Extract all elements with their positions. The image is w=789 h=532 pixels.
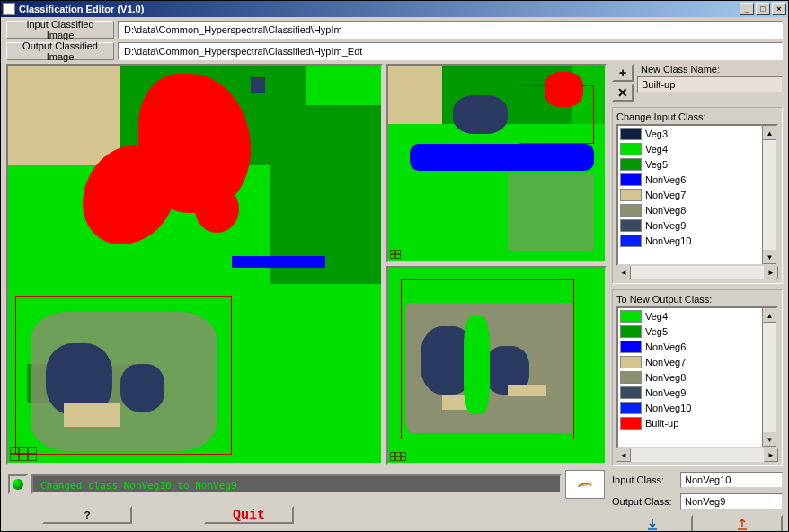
- class-name-label: Veg4: [645, 144, 668, 155]
- class-name-label: NonVeg10: [645, 235, 691, 246]
- class-color-swatch: [620, 371, 642, 384]
- main-classified-view[interactable]: [6, 64, 383, 465]
- class-list-item[interactable]: NonVeg9: [618, 385, 762, 400]
- class-color-swatch: [620, 219, 642, 232]
- class-editor-column: + ✕ New Class Name: Built-up Change Inpu…: [612, 64, 783, 526]
- scroll-right-icon[interactable]: ►: [764, 266, 778, 279]
- class-name-label: Veg3: [645, 129, 668, 139]
- quit-button[interactable]: Quit: [204, 506, 294, 524]
- class-list-item[interactable]: NonVeg10: [618, 400, 762, 415]
- close-button[interactable]: ×: [772, 3, 786, 15]
- class-list-item[interactable]: Veg4: [618, 308, 762, 324]
- class-color-swatch: [620, 386, 642, 399]
- class-list-item[interactable]: Veg5: [618, 324, 762, 339]
- scroll-right-icon[interactable]: ►: [764, 448, 778, 462]
- output-class-row: Output Class: NonVeg9: [612, 493, 783, 510]
- class-list-item[interactable]: Built-up: [618, 415, 762, 430]
- image-column: Changed class NonVeg10 to NonVeg9 ? Quit: [6, 64, 607, 526]
- class-list-item[interactable]: NonVeg7: [618, 187, 762, 202]
- scrollbar-vertical[interactable]: ▲▼: [762, 126, 776, 264]
- output-class-title: To New Output Class:: [616, 294, 778, 305]
- title-bar: Classification Editor (V1.0) _ □ ×: [1, 1, 788, 17]
- input-class-label: Input Class:: [612, 474, 675, 485]
- input-class-list: Veg3Veg4Veg5NonVeg6NonVeg7NonVeg8NonVeg9…: [616, 124, 778, 266]
- swoosh-icon: [578, 477, 592, 492]
- nav-grid-icon: [390, 452, 406, 461]
- class-list-item[interactable]: NonVeg8: [618, 369, 762, 385]
- add-class-button[interactable]: +: [612, 64, 634, 82]
- zoom-image-view[interactable]: [386, 266, 607, 465]
- class-color-swatch: [620, 356, 642, 368]
- maximize-button[interactable]: □: [756, 3, 770, 15]
- app-window: Classification Editor (V1.0) _ □ × Input…: [0, 0, 789, 532]
- class-list-item[interactable]: Veg3: [618, 126, 762, 141]
- class-list-item[interactable]: NonVeg9: [618, 217, 762, 233]
- input-path-row: Input Classified Image D:\data\Common_Hy…: [1, 17, 788, 42]
- scrollbar-vertical[interactable]: ▲▼: [762, 308, 776, 447]
- new-class-box: New Class Name: Built-up: [637, 64, 783, 93]
- led-dot-icon: [13, 479, 23, 490]
- apply-button[interactable]: [612, 515, 693, 531]
- class-name-label: NonVeg6: [645, 174, 686, 185]
- status-led: [8, 474, 28, 494]
- scroll-down-icon[interactable]: ▼: [763, 250, 776, 264]
- class-list-item[interactable]: NonVeg6: [618, 339, 762, 354]
- undo-button[interactable]: [702, 515, 783, 531]
- preview-column: [386, 64, 607, 465]
- class-name-label: NonVeg9: [645, 387, 686, 398]
- minimize-button[interactable]: _: [740, 3, 754, 15]
- output-class-field[interactable]: NonVeg9: [680, 493, 783, 510]
- main-layout: Changed class NonVeg10 to NonVeg9 ? Quit…: [1, 64, 788, 531]
- undo-icon: [735, 518, 749, 531]
- class-color-swatch: [620, 204, 642, 217]
- class-list-item[interactable]: NonVeg8: [618, 202, 762, 217]
- input-class-title: Change Input Class:: [616, 111, 778, 122]
- scroll-up-icon[interactable]: ▲: [763, 126, 776, 140]
- logo-icon: [565, 470, 605, 499]
- scroll-left-icon[interactable]: ◄: [616, 266, 631, 279]
- input-path-label: Input Classified Image: [6, 21, 114, 39]
- class-color-swatch: [620, 402, 642, 414]
- input-class-field[interactable]: NonVeg10: [680, 472, 783, 488]
- new-class-row: + ✕ New Class Name: Built-up: [612, 64, 783, 102]
- help-button[interactable]: ?: [42, 506, 132, 524]
- input-path-field[interactable]: D:\data\Common_Hyperspectral\Classified\…: [118, 21, 783, 39]
- scrollbar-horizontal[interactable]: ◄►: [616, 265, 778, 279]
- class-list-item[interactable]: Veg4: [618, 141, 762, 156]
- class-color-swatch: [620, 189, 642, 201]
- class-color-swatch: [620, 325, 642, 338]
- app-icon: [3, 3, 15, 15]
- class-color-swatch: [620, 173, 642, 186]
- class-list-item[interactable]: NonVeg6: [618, 172, 762, 187]
- apply-icon: [645, 518, 660, 531]
- window-title: Classification Editor (V1.0): [19, 4, 738, 14]
- action-row: [612, 515, 783, 531]
- output-path-label: Output Classified Image: [6, 42, 114, 60]
- overview-map: [388, 66, 605, 261]
- overview-image-view[interactable]: [386, 64, 607, 262]
- class-color-swatch: [620, 128, 642, 140]
- remove-class-button[interactable]: ✕: [612, 84, 634, 102]
- output-path-field[interactable]: D:\data\Common_Hyperspectral\Classified\…: [118, 42, 783, 60]
- scroll-left-icon[interactable]: ◄: [616, 448, 631, 462]
- bottom-buttons: ? Quit: [6, 504, 607, 526]
- class-list-item[interactable]: NonVeg10: [618, 233, 762, 248]
- nav-grid-icon: [390, 250, 401, 259]
- class-name-label: Built-up: [645, 418, 678, 429]
- input-class-panel: Change Input Class: Veg3Veg4Veg5NonVeg6N…: [612, 107, 783, 284]
- class-name-label: NonVeg9: [645, 220, 686, 231]
- scroll-up-icon[interactable]: ▲: [763, 308, 776, 323]
- scrollbar-horizontal[interactable]: ◄►: [616, 448, 778, 462]
- class-list-item[interactable]: NonVeg7: [618, 354, 762, 369]
- scroll-down-icon[interactable]: ▼: [763, 432, 776, 447]
- new-class-label: New Class Name:: [637, 64, 783, 75]
- class-name-label: NonVeg10: [645, 403, 691, 413]
- class-color-swatch: [620, 341, 642, 353]
- class-list-item[interactable]: Veg5: [618, 156, 762, 172]
- class-color-swatch: [620, 310, 642, 323]
- class-color-swatch: [620, 417, 642, 430]
- new-class-input[interactable]: Built-up: [637, 76, 783, 93]
- class-name-label: Veg4: [645, 311, 668, 322]
- input-class-row: Input Class: NonVeg10: [612, 472, 783, 488]
- class-name-label: NonVeg6: [645, 341, 686, 352]
